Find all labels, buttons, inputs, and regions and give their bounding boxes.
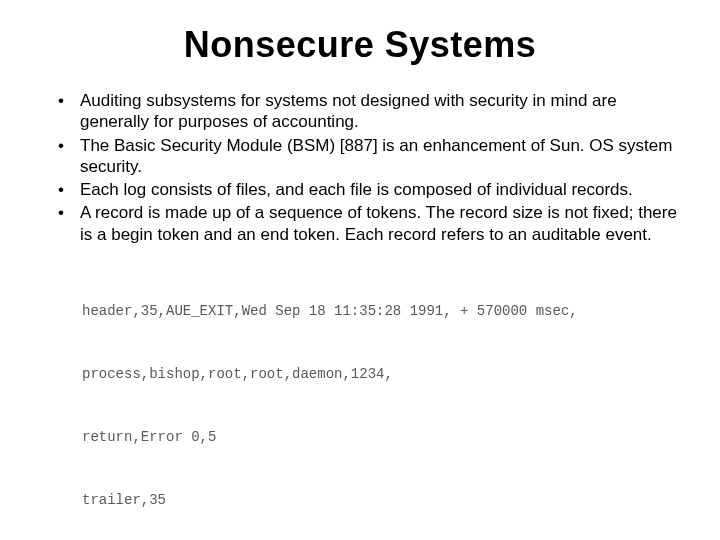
list-item: Each log consists of files, and each fil… (58, 179, 680, 200)
code-line: return,Error 0,5 (82, 427, 680, 448)
list-item: A record is made up of a sequence of tok… (58, 202, 680, 245)
page-title: Nonsecure Systems (40, 24, 680, 66)
code-block: header,35,AUE_EXIT,Wed Sep 18 11:35:28 1… (82, 259, 680, 540)
slide: Nonsecure Systems Auditing subsystems fo… (0, 0, 720, 540)
code-line: process,bishop,root,root,daemon,1234, (82, 364, 680, 385)
code-line: trailer,35 (82, 490, 680, 511)
code-line: header,35,AUE_EXIT,Wed Sep 18 11:35:28 1… (82, 301, 680, 322)
list-item: Auditing subsystems for systems not desi… (58, 90, 680, 133)
list-item: The Basic Security Module (BSM) [887] is… (58, 135, 680, 178)
bullet-list-top: Auditing subsystems for systems not desi… (40, 90, 680, 245)
